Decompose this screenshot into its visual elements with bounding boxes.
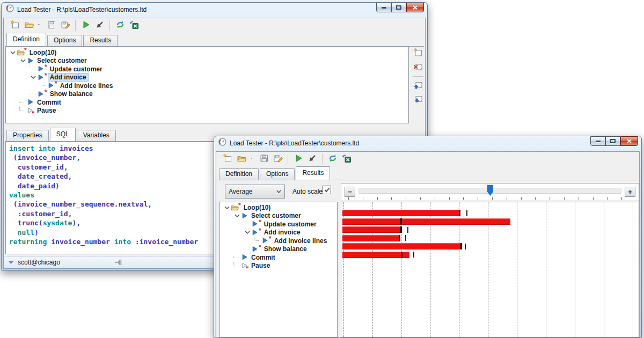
tree-item-label: Add invoice lines [273, 237, 329, 245]
save-button[interactable] [258, 153, 270, 165]
tree-item-show-balance[interactable]: *Show balance [6, 90, 408, 99]
tree-item-pause[interactable]: Pause [6, 107, 408, 115]
tab-divider [217, 180, 638, 180]
add-item-icon [413, 48, 423, 60]
tree-item-add-invoice[interactable]: *Add invoice [6, 74, 408, 82]
tree-item-loop-10[interactable]: *Loop(10) [220, 203, 337, 212]
tab-sql[interactable]: SQL [50, 128, 76, 141]
new-document-button[interactable] [221, 153, 233, 165]
expander-chevron-icon[interactable] [30, 74, 36, 81]
scale-slider-panel: − + [341, 183, 639, 201]
open-dropdown-button[interactable] [36, 19, 43, 32]
add-item-button[interactable] [412, 48, 424, 59]
modified-asterisk: * [24, 47, 27, 54]
export-excel-icon [342, 153, 352, 165]
move-item-down-button[interactable] [412, 94, 424, 105]
tree-item-select-customer[interactable]: Select customer [220, 212, 337, 221]
stop-icon [308, 153, 317, 165]
tab-definition[interactable]: Definition [219, 168, 259, 180]
tree-item-label: Add invoice lines [58, 82, 115, 90]
refresh-button[interactable] [114, 19, 126, 32]
titlebar[interactable]: Load Tester - R:\pls\LoadTester\customer… [214, 136, 641, 150]
tab-options[interactable]: Options [47, 35, 82, 46]
tree-item-loop-10[interactable]: *Loop(10) [6, 48, 408, 57]
titlebar[interactable]: Load Tester - R:\pls\LoadTester\customer… [2, 3, 427, 16]
expander-chevron-icon[interactable] [9, 49, 16, 56]
expander-chevron-icon[interactable] [223, 204, 230, 211]
slider-tick [478, 197, 478, 200]
tab-definition[interactable]: Definition [6, 33, 46, 46]
slider-tick [550, 197, 550, 200]
zoom-out-button[interactable]: − [345, 187, 355, 197]
tab-results[interactable]: Results [83, 35, 118, 46]
modified-asterisk: * [269, 235, 272, 243]
pin-icon[interactable] [115, 259, 123, 268]
new-document-button[interactable] [9, 19, 21, 32]
status-expand-icon[interactable] [9, 261, 13, 264]
run-button[interactable] [79, 19, 92, 32]
tab-results[interactable]: Results [296, 166, 330, 180]
main-tab-bar: DefinitionOptionsResults [217, 166, 638, 180]
close-button[interactable] [406, 3, 424, 12]
delete-item-icon [413, 62, 423, 74]
aggregate-select[interactable]: Average [225, 185, 285, 199]
tree-item-add-invoice-lines[interactable]: *Add invoice lines [220, 237, 337, 245]
modified-asterisk: * [45, 63, 47, 71]
stop-button[interactable] [93, 19, 106, 32]
slider-tick [420, 197, 421, 200]
delete-item-button[interactable] [412, 62, 424, 73]
open-dropdown-button[interactable] [249, 153, 256, 165]
tree-item-update-customer[interactable]: *Update customer [6, 65, 408, 74]
bar-tick-marker [401, 252, 402, 258]
result-bar-add-invoice [342, 226, 402, 233]
save-button[interactable] [45, 19, 57, 32]
open-dropdown-icon [38, 20, 42, 32]
slider-tick [348, 197, 349, 200]
minimize-button[interactable] [590, 136, 605, 146]
auto-scale-checkbox[interactable] [323, 186, 331, 194]
save-as-button[interactable] [272, 153, 284, 165]
maximize-button[interactable] [605, 136, 620, 146]
tree-item-add-invoice-lines[interactable]: *Add invoice lines [6, 82, 408, 90]
expander-chevron-icon[interactable] [244, 229, 251, 236]
tree-item-update-customer[interactable]: *Update customer [220, 220, 337, 229]
open-file-button[interactable] [23, 19, 35, 32]
save-as-button[interactable] [59, 19, 71, 32]
modified-asterisk: * [259, 218, 261, 226]
export-excel-icon [129, 20, 139, 32]
slider-thumb[interactable] [487, 185, 493, 196]
tab-properties[interactable]: Properties [6, 130, 49, 141]
tree-side-buttons [410, 48, 426, 108]
tree-item-add-invoice[interactable]: *Add invoice [220, 229, 337, 237]
tree-item-commit[interactable]: Commit [220, 253, 337, 262]
tree-item-commit[interactable]: Commit [6, 98, 408, 107]
refresh-icon [328, 153, 338, 165]
close-button[interactable] [620, 136, 638, 146]
tree-item-pause[interactable]: Pause [220, 262, 337, 270]
open-file-button[interactable] [235, 153, 247, 165]
minimize-button[interactable] [376, 3, 391, 12]
save-icon [259, 153, 269, 165]
tree-item-show-balance[interactable]: *Show balance [220, 245, 337, 254]
move-item-up-button[interactable] [412, 80, 424, 91]
tab-variables[interactable]: Variables [77, 130, 116, 141]
tree-connector [30, 65, 34, 69]
bar-whisker-marker [466, 210, 467, 216]
close-icon [413, 5, 418, 10]
run-button[interactable] [292, 153, 304, 165]
maximize-button[interactable] [391, 3, 406, 12]
export-excel-button[interactable] [128, 19, 140, 32]
minimize-icon [382, 7, 386, 9]
export-excel-button[interactable] [340, 153, 353, 165]
tab-options[interactable]: Options [260, 168, 295, 180]
expander-chevron-icon[interactable] [233, 212, 240, 219]
tree-item-select-customer[interactable]: Select customer [6, 57, 408, 65]
expander-chevron-icon[interactable] [19, 57, 26, 64]
refresh-button[interactable] [326, 153, 339, 165]
stop-button[interactable] [306, 153, 318, 165]
connection-label: scott@chicago [18, 259, 60, 266]
bar-whisker-marker [405, 235, 406, 241]
gridline [546, 202, 546, 337]
zoom-in-button[interactable]: + [625, 187, 635, 197]
tree-item-label: Show balance [48, 90, 94, 98]
